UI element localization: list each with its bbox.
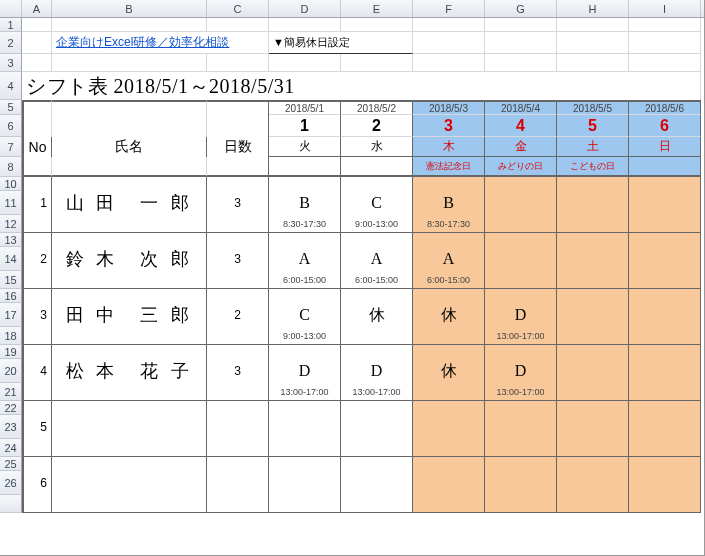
row-header-15[interactable]: 15	[0, 271, 22, 289]
shift-cell-top[interactable]	[485, 401, 557, 415]
holiday-name[interactable]: みどりの日	[485, 157, 557, 177]
shift-time[interactable]: 8:30-17:30	[269, 215, 341, 233]
shift-code[interactable]	[629, 415, 701, 439]
name-cell[interactable]	[52, 177, 207, 191]
days-cell[interactable]	[207, 327, 269, 345]
name-cell[interactable]	[52, 383, 207, 401]
shift-time[interactable]	[485, 495, 557, 513]
name-cell[interactable]: 田 中 三 郎	[52, 303, 207, 327]
col-header-D[interactable]: D	[269, 0, 341, 17]
days-cell[interactable]	[207, 383, 269, 401]
days-cell[interactable]	[207, 471, 269, 495]
row-header-21[interactable]: 21	[0, 383, 22, 401]
row-header-10[interactable]: 10	[0, 177, 22, 191]
shift-time[interactable]: 6:00-15:00	[269, 271, 341, 289]
cell[interactable]	[557, 32, 629, 54]
shift-time[interactable]	[557, 495, 629, 513]
shift-cell-top[interactable]	[341, 401, 413, 415]
shift-time[interactable]	[629, 439, 701, 457]
no-cell[interactable]: 3	[22, 303, 52, 327]
shift-time[interactable]	[413, 495, 485, 513]
no-cell[interactable]	[22, 215, 52, 233]
cell[interactable]	[207, 54, 269, 72]
shift-time[interactable]	[269, 439, 341, 457]
no-cell[interactable]	[22, 439, 52, 457]
shift-time[interactable]	[413, 439, 485, 457]
shift-code[interactable]: D	[341, 359, 413, 383]
shift-cell-top[interactable]	[629, 177, 701, 191]
col-header-C[interactable]: C	[207, 0, 269, 17]
shift-code[interactable]	[341, 471, 413, 495]
shift-cell-top[interactable]	[557, 233, 629, 247]
shift-cell-top[interactable]	[269, 177, 341, 191]
day-number[interactable]: 4	[485, 115, 557, 137]
cell[interactable]	[341, 18, 413, 32]
shift-time[interactable]	[629, 383, 701, 401]
row-header-14[interactable]: 14	[0, 247, 22, 271]
no-cell[interactable]	[22, 345, 52, 359]
shift-time[interactable]	[341, 327, 413, 345]
shift-time[interactable]	[629, 215, 701, 233]
cell[interactable]	[207, 100, 269, 115]
cell[interactable]	[22, 32, 52, 54]
no-cell[interactable]	[22, 327, 52, 345]
weekday[interactable]: 水	[341, 137, 413, 157]
name-cell[interactable]: 松 本 花 子	[52, 359, 207, 383]
shift-code[interactable]	[629, 359, 701, 383]
name-cell[interactable]	[52, 439, 207, 457]
shift-time[interactable]	[485, 439, 557, 457]
row-header-11[interactable]: 11	[0, 191, 22, 215]
shift-cell-top[interactable]	[629, 401, 701, 415]
days-cell[interactable]	[207, 215, 269, 233]
shift-cell-top[interactable]	[413, 289, 485, 303]
shift-code[interactable]	[629, 191, 701, 215]
row-header-25[interactable]: 25	[0, 457, 22, 471]
row-header-27[interactable]	[0, 495, 22, 513]
no-cell[interactable]	[22, 401, 52, 415]
days-cell[interactable]	[207, 233, 269, 247]
shift-code[interactable]: D	[269, 359, 341, 383]
row-header-20[interactable]: 20	[0, 359, 22, 383]
shift-time[interactable]	[413, 383, 485, 401]
cell[interactable]	[629, 18, 701, 32]
name-cell[interactable]	[52, 233, 207, 247]
no-cell[interactable]	[22, 495, 52, 513]
shift-code[interactable]	[341, 415, 413, 439]
shift-code[interactable]	[629, 471, 701, 495]
shift-time[interactable]: 6:00-15:00	[413, 271, 485, 289]
shift-time[interactable]: 13:00-17:00	[341, 383, 413, 401]
day-number[interactable]: 3	[413, 115, 485, 137]
cell[interactable]	[22, 54, 52, 72]
header-days[interactable]: 日数	[207, 137, 269, 157]
shift-time[interactable]: 9:00-13:00	[269, 327, 341, 345]
cell[interactable]	[485, 18, 557, 32]
holiday-toggle[interactable]: ▼簡易休日設定	[269, 32, 413, 54]
row-header-23[interactable]: 23	[0, 415, 22, 439]
days-cell[interactable]	[207, 439, 269, 457]
holiday-name[interactable]	[269, 157, 341, 177]
shift-time[interactable]: 8:30-17:30	[413, 215, 485, 233]
holiday-name[interactable]: 憲法記念日	[413, 157, 485, 177]
col-header-F[interactable]: F	[413, 0, 485, 17]
shift-time[interactable]	[629, 495, 701, 513]
cell[interactable]	[52, 18, 207, 32]
shift-cell-top[interactable]	[485, 457, 557, 471]
shift-code[interactable]: D	[485, 359, 557, 383]
name-cell[interactable]	[52, 345, 207, 359]
shift-cell-top[interactable]	[413, 233, 485, 247]
days-cell[interactable]	[207, 457, 269, 471]
shift-cell-top[interactable]	[629, 457, 701, 471]
shift-cell-top[interactable]	[557, 177, 629, 191]
shift-code[interactable]: B	[269, 191, 341, 215]
shift-code[interactable]	[269, 415, 341, 439]
no-cell[interactable]	[22, 233, 52, 247]
shift-cell-top[interactable]	[341, 233, 413, 247]
date-header[interactable]: 2018/5/3	[413, 100, 485, 115]
shift-code[interactable]: 休	[413, 303, 485, 327]
cell[interactable]	[413, 54, 485, 72]
cell[interactable]	[485, 54, 557, 72]
name-cell[interactable]	[52, 495, 207, 513]
days-cell[interactable]: 3	[207, 247, 269, 271]
row-header-19[interactable]: 19	[0, 345, 22, 359]
shift-cell-top[interactable]	[629, 289, 701, 303]
